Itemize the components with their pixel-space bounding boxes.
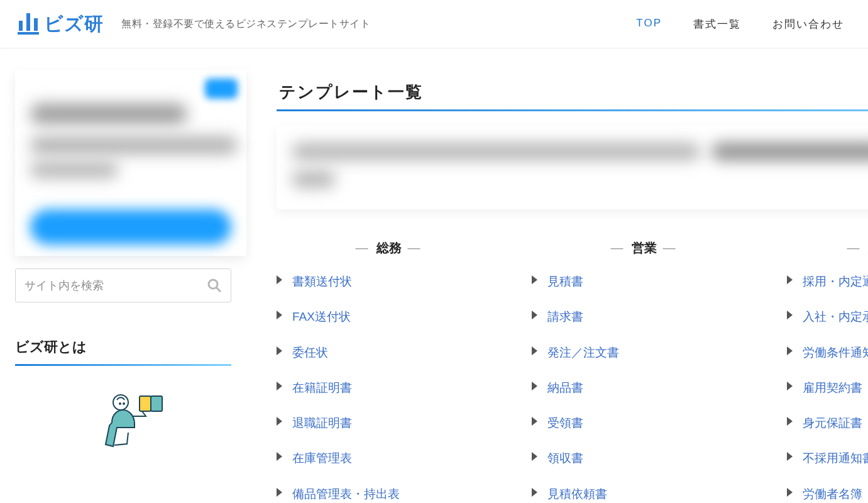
category-col: — 総務 —書類送付状FAX送付状委任状在籍証明書退職証明書在庫管理表備品管理表… (277, 235, 502, 503)
template-label: 不採用通知書 (803, 448, 868, 468)
search-box[interactable] (15, 268, 231, 302)
template-link[interactable]: 見積依頼書 (532, 484, 757, 503)
category-columns: — 総務 —書類送付状FAX送付状委任状在籍証明書退職証明書在庫管理表備品管理表… (277, 235, 868, 503)
category-col: — 人事・労務 —採用・内定通知書入社・内定承諾書労働条件通知書雇用契約書身元保… (787, 235, 868, 503)
template-label: 発注／注文書 (547, 343, 619, 363)
svg-rect-7 (151, 396, 162, 411)
template-label: 委任状 (292, 343, 328, 363)
svg-point-4 (209, 280, 217, 289)
arrow-icon (787, 275, 793, 284)
template-link[interactable]: 不採用通知書 (787, 448, 868, 468)
template-label: 労働者名簿 (803, 484, 862, 503)
template-link[interactable]: 雇用契約書 (787, 378, 868, 398)
arrow-icon (532, 346, 537, 355)
template-label: 入社・内定承諾書 (803, 307, 868, 327)
arrow-icon (532, 488, 537, 497)
category-heading: — 営業 — (532, 240, 757, 257)
category-list: 見積書請求書発注／注文書納品書受領書領収書見積依頼書日報顧客管理表・顧客リスト (532, 272, 757, 503)
category-col: — 営業 —見積書請求書発注／注文書納品書受領書領収書見積依頼書日報顧客管理表・… (532, 235, 757, 503)
svg-rect-6 (140, 396, 151, 411)
search-input[interactable] (25, 279, 203, 292)
about-underline (15, 364, 231, 366)
svg-rect-1 (26, 13, 30, 31)
template-label: 領収書 (547, 448, 583, 468)
svg-rect-0 (19, 21, 23, 31)
arrow-icon (277, 311, 282, 319)
category-list: 採用・内定通知書入社・内定承諾書労働条件通知書雇用契約書身元保証書不採用通知書労… (787, 272, 868, 503)
nav-contact[interactable]: お問い合わせ (772, 17, 844, 31)
tagline: 無料・登録不要で使えるビジネステンプレートサイト (121, 18, 370, 31)
page: ビズ研とは テンプレート一覧 (0, 48, 868, 503)
arrow-icon (787, 346, 793, 355)
arrow-icon (532, 382, 537, 390)
arrow-icon (277, 417, 282, 426)
template-link[interactable]: 身元保証書 (787, 413, 868, 433)
arrow-icon (277, 452, 282, 461)
search-icon (207, 278, 222, 293)
template-link[interactable]: 労働者名簿 (787, 484, 868, 503)
template-link[interactable]: 領収書 (532, 448, 757, 468)
arrow-icon (787, 311, 793, 319)
brand-link[interactable]: ビズ研 (15, 11, 104, 37)
main-heading: テンプレート一覧 (279, 81, 868, 103)
template-link[interactable]: 納品書 (532, 378, 757, 398)
arrow-icon (787, 452, 793, 461)
svg-line-5 (216, 287, 221, 292)
arrow-icon (277, 346, 282, 355)
template-label: 請求書 (547, 307, 583, 327)
template-link[interactable]: 受領書 (532, 413, 757, 433)
category-heading: — 総務 — (277, 240, 502, 257)
template-link[interactable]: 入社・内定承諾書 (787, 307, 868, 327)
arrow-icon (532, 311, 537, 319)
template-label: 身元保証書 (803, 413, 862, 433)
template-link[interactable]: 備品管理表・持出表 (277, 484, 502, 503)
arrow-icon (532, 452, 537, 461)
main-underline (277, 109, 868, 111)
category-heading: — 人事・労務 — (787, 240, 868, 257)
template-label: 雇用契約書 (803, 378, 862, 398)
template-label: 退職証明書 (292, 413, 352, 433)
nav-formats[interactable]: 書式一覧 (693, 17, 741, 31)
sidebar: ビズ研とは (0, 70, 246, 503)
svg-point-9 (119, 403, 121, 404)
template-label: 在庫管理表 (292, 448, 352, 468)
template-label: 在籍証明書 (292, 378, 352, 398)
template-link[interactable]: 採用・内定通知書 (787, 272, 868, 292)
template-link[interactable]: 在籍証明書 (277, 378, 502, 398)
template-link[interactable]: 見積書 (532, 272, 757, 292)
template-link[interactable]: 労働条件通知書 (787, 343, 868, 363)
template-label: 労働条件通知書 (803, 343, 868, 363)
brand-text: ビズ研 (44, 11, 104, 37)
svg-point-10 (123, 403, 124, 404)
arrow-icon (277, 275, 282, 284)
template-link[interactable]: 請求書 (532, 307, 757, 327)
template-label: 備品管理表・持出表 (292, 484, 400, 503)
template-link[interactable]: FAX送付状 (277, 307, 502, 327)
category-list: 書類送付状FAX送付状委任状在籍証明書退職証明書在庫管理表備品管理表・持出表名刺 (277, 272, 502, 503)
template-link[interactable]: 退職証明書 (277, 413, 502, 433)
about-heading: ビズ研とは (15, 338, 231, 357)
nav-top[interactable]: TOP (636, 17, 662, 31)
promo-banner[interactable] (277, 125, 868, 209)
arrow-icon (277, 382, 282, 390)
about-illustration (15, 385, 246, 460)
template-link[interactable]: 委任状 (277, 343, 502, 363)
sidebar-ad[interactable] (15, 70, 246, 256)
template-label: 見積書 (547, 272, 583, 292)
arrow-icon (787, 382, 793, 390)
template-label: 受領書 (547, 413, 583, 433)
svg-rect-2 (34, 18, 38, 31)
template-link[interactable]: 在庫管理表 (277, 448, 502, 468)
arrow-icon (787, 417, 793, 426)
template-label: 納品書 (547, 378, 583, 398)
svg-rect-3 (18, 32, 39, 35)
template-link[interactable]: 書類送付状 (277, 272, 502, 292)
arrow-icon (787, 488, 793, 497)
arrow-icon (277, 488, 282, 497)
arrow-icon (532, 417, 537, 426)
template-label: FAX送付状 (292, 307, 351, 327)
primary-nav: TOP 書式一覧 お問い合わせ (636, 17, 844, 31)
template-link[interactable]: 発注／注文書 (532, 343, 757, 363)
header: ビズ研 無料・登録不要で使えるビジネステンプレートサイト TOP 書式一覧 お問… (0, 0, 868, 48)
bar-chart-icon (15, 12, 40, 36)
